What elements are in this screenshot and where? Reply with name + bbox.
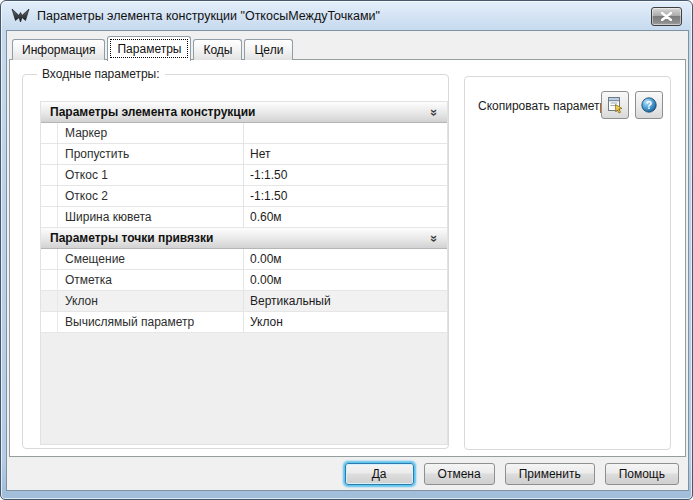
- grid-row: Смещение0.00м: [41, 249, 447, 270]
- collapse-chevron-icon[interactable]: »: [428, 108, 441, 115]
- row-gutter: [41, 207, 58, 227]
- parameter-value[interactable]: 0.00м: [244, 249, 447, 269]
- grid-section-title: Параметры точки привязки: [50, 231, 213, 245]
- parameter-value[interactable]: Нет: [244, 144, 447, 164]
- tab-Параметры[interactable]: Параметры: [107, 36, 191, 61]
- parameter-value[interactable]: [244, 123, 447, 143]
- да-button[interactable]: Да: [345, 463, 414, 485]
- row-gutter: [41, 291, 58, 311]
- grid-row: Откос 1-1:1.50: [41, 165, 447, 186]
- tab-Коды[interactable]: Коды: [193, 39, 242, 60]
- row-gutter: [41, 312, 58, 332]
- помощь-button[interactable]: Помощь: [605, 463, 679, 485]
- copy-parameters-label: Скопировать параметры: [478, 99, 615, 113]
- copy-parameters-icon: [606, 96, 624, 114]
- parameter-value[interactable]: -1:1.50: [244, 165, 447, 185]
- footer-button-row: ДаОтменаПрименитьПомощь: [345, 463, 679, 485]
- parameter-label: Ширина кювета: [58, 207, 244, 227]
- copy-parameters-button[interactable]: [601, 91, 629, 119]
- panel-help-button[interactable]: ?: [635, 91, 663, 119]
- row-gutter: [41, 144, 58, 164]
- применить-button[interactable]: Применить: [505, 463, 595, 485]
- tab-page-parameters: Входные параметры: Параметры элемента ко…: [9, 59, 686, 457]
- copy-parameters-panel: Скопировать параметры: [464, 76, 671, 450]
- grid-row: УклонВертикальный: [41, 291, 447, 312]
- input-parameters-groupbox: Входные параметры: Параметры элемента ко…: [22, 74, 449, 449]
- tab-Информация[interactable]: Информация: [12, 39, 105, 60]
- parameter-label: Смещение: [58, 249, 244, 269]
- grid-row: ПропуститьНет: [41, 144, 447, 165]
- parameter-label: Уклон: [58, 291, 244, 311]
- grid-section-header[interactable]: Параметры точки привязки»: [41, 228, 447, 249]
- grid-row: Ширина кювета0.60м: [41, 207, 447, 228]
- отмена-button[interactable]: Отмена: [424, 463, 495, 485]
- row-gutter: [41, 186, 58, 206]
- parameter-value[interactable]: -1:1.50: [244, 186, 447, 206]
- row-gutter: [41, 165, 58, 185]
- grid-section-title: Параметры элемента конструкции: [50, 105, 255, 119]
- grid-row: Маркер: [41, 123, 447, 144]
- parameter-label: Отметка: [58, 270, 244, 290]
- parameter-grid: Параметры элемента конструкции»МаркерПро…: [40, 101, 448, 445]
- close-icon: [661, 12, 672, 21]
- window-title: Параметры элемента конструкции "ОткосыМе…: [37, 9, 380, 23]
- help-icon: ?: [640, 96, 658, 114]
- parameter-value[interactable]: 0.60м: [244, 207, 447, 227]
- parameter-value[interactable]: Уклон: [244, 312, 447, 332]
- dialog-window: Параметры элемента конструкции "ОткосыМе…: [0, 0, 693, 500]
- row-gutter: [41, 249, 58, 269]
- titlebar[interactable]: Параметры элемента конструкции "ОткосыМе…: [1, 1, 692, 30]
- svg-text:?: ?: [646, 99, 652, 111]
- close-button[interactable]: [651, 7, 682, 26]
- row-gutter: [41, 123, 58, 143]
- tab-Цели[interactable]: Цели: [244, 39, 293, 60]
- parameter-label: Откос 2: [58, 186, 244, 206]
- tab-strip: ИнформацияПараметрыКодыЦели: [12, 38, 295, 60]
- parameter-label: Пропустить: [58, 144, 244, 164]
- parameter-label: Откос 1: [58, 165, 244, 185]
- grid-section-header[interactable]: Параметры элемента конструкции»: [41, 102, 447, 123]
- app-logo-icon: [11, 7, 30, 24]
- groupbox-label: Входные параметры:: [37, 67, 165, 81]
- collapse-chevron-icon[interactable]: »: [428, 234, 441, 241]
- row-gutter: [41, 270, 58, 290]
- parameter-label: Маркер: [58, 123, 244, 143]
- parameter-label: Вычислямый параметр: [58, 312, 244, 332]
- parameter-value[interactable]: Вертикальный: [244, 291, 447, 311]
- grid-row: Откос 2-1:1.50: [41, 186, 447, 207]
- grid-row: Вычислямый параметрУклон: [41, 312, 447, 333]
- grid-row: Отметка0.00м: [41, 270, 447, 291]
- dialog-client-area: ИнформацияПараметрыКодыЦели Входные пара…: [6, 30, 689, 491]
- parameter-value[interactable]: 0.00м: [244, 270, 447, 290]
